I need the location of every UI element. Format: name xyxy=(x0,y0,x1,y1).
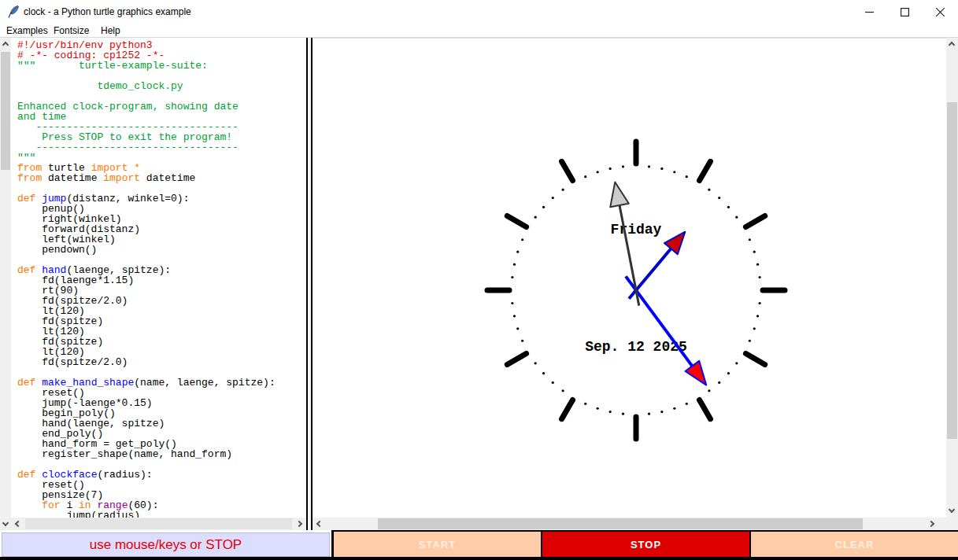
scrollbar-thumb[interactable] xyxy=(947,102,957,439)
menu-examples[interactable]: Examples xyxy=(6,25,48,36)
canvas-hscrollbar[interactable] xyxy=(313,518,946,530)
scroll-right-arrow[interactable] xyxy=(926,518,937,529)
scroll-down-arrow[interactable] xyxy=(946,504,957,515)
scroll-up-arrow[interactable] xyxy=(946,39,957,50)
footer-bar: use mouse/keys or STOP START STOP CLEAR xyxy=(0,530,958,560)
scroll-right-arrow[interactable] xyxy=(294,518,305,529)
scroll-up-arrow[interactable] xyxy=(0,39,11,50)
status-label: use mouse/keys or STOP xyxy=(2,532,330,557)
code-vscrollbar[interactable] xyxy=(0,38,11,530)
scroll-down-arrow[interactable] xyxy=(0,518,11,529)
second-hand-arrowhead xyxy=(610,182,629,208)
menubar: Examples Fontsize Help xyxy=(0,24,958,38)
minute-hand-arrowhead xyxy=(686,361,707,385)
scrollbar-corner xyxy=(946,518,958,530)
close-button[interactable] xyxy=(923,0,958,24)
code-hscrollbar[interactable] xyxy=(11,518,306,530)
start-button[interactable]: START xyxy=(334,532,541,557)
pane-sash[interactable] xyxy=(306,38,313,530)
window-bottom-edge xyxy=(0,557,958,560)
clear-button[interactable]: CLEAR xyxy=(751,532,958,557)
menu-help[interactable]: Help xyxy=(101,25,120,36)
scrollbar-thumb[interactable] xyxy=(378,518,863,529)
scrollbar-thumb[interactable] xyxy=(1,52,10,170)
scrollbar-thumb[interactable] xyxy=(25,518,292,529)
clock-day-text: Friday xyxy=(611,222,662,238)
second-hand xyxy=(618,196,639,305)
feather-icon xyxy=(6,5,20,19)
clock-date-text: Sep. 12 2025 xyxy=(585,339,687,355)
window-title: clock - a Python turtle graphics example xyxy=(24,6,191,17)
scroll-left-arrow[interactable] xyxy=(314,518,325,529)
canvas-vscrollbar[interactable] xyxy=(946,38,958,518)
turtle-canvas[interactable]: FridaySep. 12 2025 xyxy=(313,38,946,518)
maximize-button[interactable] xyxy=(887,0,923,24)
menu-fontsize[interactable]: Fontsize xyxy=(54,25,89,36)
minimize-button[interactable] xyxy=(852,0,887,24)
clock-svg: FridaySep. 12 2025 xyxy=(313,39,946,518)
code-editor[interactable]: #!/usr/bin/env python3# -*- coding: cp12… xyxy=(11,38,306,518)
stop-button[interactable]: STOP xyxy=(542,532,749,557)
app-window: clock - a Python turtle graphics example… xyxy=(0,0,958,560)
scroll-left-arrow[interactable] xyxy=(13,518,24,529)
titlebar: clock - a Python turtle graphics example xyxy=(0,0,958,24)
